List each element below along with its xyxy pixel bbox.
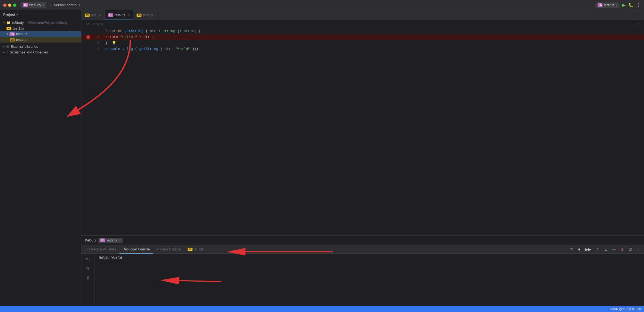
editor-line-3: 3 } 💡 [81, 40, 644, 46]
close-button[interactable] [3, 4, 7, 7]
chevron-down-icon: ▾ [78, 3, 80, 7]
version-control-label: Version control [54, 3, 77, 7]
traffic-lights [3, 4, 16, 7]
titlebar-right: TS test2.ts ▾ ▶ 🐛 ⋮ [595, 2, 641, 8]
chevron-down-icon: ▾ [3, 21, 5, 24]
editor-line-2: 2 return "Hello " + str ; [81, 34, 644, 40]
editor-usages-bar: 1+ usages ⤢ [81, 20, 644, 28]
step-into-button[interactable]: ⤓ [603, 247, 609, 252]
hint-icon: 💡 [112, 41, 116, 45]
run-configuration[interactable]: TS test2.ts ▾ [595, 2, 620, 8]
sidebar-item-test2js[interactable]: JS test2.js [0, 37, 81, 43]
debug-session-name: test2.ts [106, 238, 117, 242]
chevron-down-icon: ▾ [42, 3, 44, 7]
statusbar: CSDN @肥仔哥哥1930 [0, 306, 644, 312]
tab-debugger-console[interactable]: Debugger Console [119, 245, 153, 254]
sidebar-item-tsStudy[interactable]: ▾ 📁 tsStudy ~/WebstormProjects/tsStudy [0, 20, 81, 26]
tab-close-button[interactable]: ✕ [127, 13, 130, 17]
debug-content: ≡↓ 🗑 ⊻ Hello World [81, 254, 644, 306]
step-out-button[interactable]: ⤑ [611, 247, 617, 252]
minimize-button[interactable] [8, 4, 11, 7]
more-debug-options[interactable]: ⋮ [636, 247, 642, 252]
debug-toolbar: ↻ ■ ▶▶ ⤒ ⤓ ⤑ ⊘ ∅ ⋮ [569, 247, 642, 252]
line-number-2: 2 [92, 34, 103, 40]
js-tab-icon: JS [85, 14, 90, 17]
project-selector[interactable]: TS tsStudy ▾ [21, 2, 46, 8]
debug-title: Debug [85, 238, 96, 242]
editor-tabs: JS test1.js TS test2.ts ✕ JS test2.js [81, 10, 644, 20]
editor-content: 1+ usages ⤢ 1 function getString ( str : [81, 20, 644, 235]
line-content-1[interactable]: function getString ( str : string ): str… [103, 28, 644, 34]
line-number-4: 4 [92, 46, 103, 52]
sidebar-item-scratches[interactable]: ▸ ≡ Scratches and Consoles [0, 49, 81, 55]
mute-breakpoints-button[interactable]: ⊘ [620, 247, 625, 252]
collapse-icon: ⤢ [637, 21, 640, 27]
chevron-right-icon: ▸ [3, 50, 5, 54]
clear-console-button[interactable]: 🗑 [85, 265, 91, 272]
tab-label: Debugger Console [123, 247, 150, 251]
stop-button[interactable]: ■ [577, 247, 582, 252]
folder-path: ~/WebstormProjects/tsStudy [26, 21, 67, 25]
line-number-3: 3 [92, 40, 103, 46]
debug-run-button[interactable]: 🐛 [628, 2, 634, 8]
file-name: test1.js [13, 26, 24, 30]
debug-session-close[interactable]: ✕ [118, 238, 121, 242]
debug-header: Debug TS test2.ts ✕ [81, 236, 644, 245]
scroll-to-end-button[interactable]: ≡↓ [84, 256, 91, 263]
rerun-button[interactable]: ↻ [569, 247, 574, 252]
project-header-label: Project [3, 12, 15, 17]
chevron-down-icon: ▾ [16, 12, 18, 17]
separator: | [50, 3, 50, 7]
tab-label: Process Console [156, 247, 181, 251]
breakpoint-area-2[interactable] [81, 34, 92, 40]
sidebar-item-test2ts[interactable]: ▾ TS test2.ts [0, 31, 81, 37]
run-button[interactable]: ▶ [622, 2, 626, 8]
titlebar: TS tsStudy ▾ | Version control ▾ TS test… [0, 0, 644, 10]
tab-process-console[interactable]: Process Console [153, 245, 184, 254]
editor-line-1: 1 function getString ( str : string ): s… [81, 28, 644, 34]
scratches-label: Scratches and Consoles [10, 50, 48, 54]
debug-tabs: Threads & Variables Debugger Console Pro… [81, 245, 644, 254]
ts-session-icon: TS [100, 238, 105, 242]
project-name: tsStudy [29, 3, 41, 7]
tab-scripts[interactable]: JS Scripts [184, 245, 207, 254]
debug-console-output: Hello World [94, 254, 644, 306]
tab-test2ts[interactable]: TS test2.ts ✕ [105, 10, 133, 20]
js-scripts-icon: JS [188, 248, 192, 251]
tab-threads-variables[interactable]: Threads & Variables [84, 245, 119, 254]
line-content-2[interactable]: return "Hello " + str ; [103, 34, 644, 40]
tab-label: test2.ts [115, 13, 125, 17]
console-output-text: Hello World [99, 256, 122, 260]
tab-test2js[interactable]: JS test2.js [133, 10, 157, 20]
run-config-name: test2.ts [604, 3, 614, 7]
debug-session-tab[interactable]: TS test2.ts ✕ [98, 238, 123, 243]
chevron-right-icon: ▸ [3, 45, 5, 48]
resume-button[interactable]: ▶▶ [584, 247, 592, 252]
js-badge-icon: JS [10, 38, 15, 42]
editor-line-4: 4 console . log ( getString ( str: "Worl… [81, 46, 644, 52]
clear-button[interactable]: ∅ [628, 247, 633, 252]
line-content-4[interactable]: console . log ( getString ( str: "World"… [103, 46, 644, 52]
chevron-down-icon: ▾ [7, 32, 8, 36]
js-badge-icon: JS [7, 27, 11, 30]
sidebar-header: Project ▾ [0, 10, 81, 19]
sidebar-item-test1js[interactable]: JS test1.js [0, 26, 81, 31]
file-name: test2.ts [16, 32, 27, 36]
step-over-button[interactable]: ⤒ [595, 247, 601, 252]
folder-name: tsStudy [12, 21, 24, 25]
line-content-3[interactable]: } 💡 [103, 40, 644, 46]
tab-test1js[interactable]: JS test1.js [81, 10, 105, 20]
folder-icon: 📁 [6, 21, 11, 25]
sidebar: Project ▾ ▾ 📁 tsStudy ~/WebstormProjects… [0, 10, 81, 306]
more-options-button[interactable]: ⋮ [636, 2, 641, 8]
version-control[interactable]: Version control ▾ [54, 3, 80, 7]
sidebar-item-external-libraries[interactable]: ▸ ⊞ External Libraries [0, 44, 81, 49]
external-libraries-label: External Libraries [11, 44, 38, 49]
debug-sidebar: ≡↓ 🗑 ⊻ [81, 254, 94, 306]
tab-label: Threads & Variables [87, 247, 116, 251]
statusbar-right: CSDN @肥仔哥哥1930 [610, 307, 641, 311]
filter-button[interactable]: ⊻ [85, 274, 91, 282]
main-area: Project ▾ ▾ 📁 tsStudy ~/WebstormProjects… [0, 10, 644, 306]
maximize-button[interactable] [13, 4, 16, 7]
editor-area: JS test1.js TS test2.ts ✕ JS test2.js 1+… [81, 10, 644, 306]
